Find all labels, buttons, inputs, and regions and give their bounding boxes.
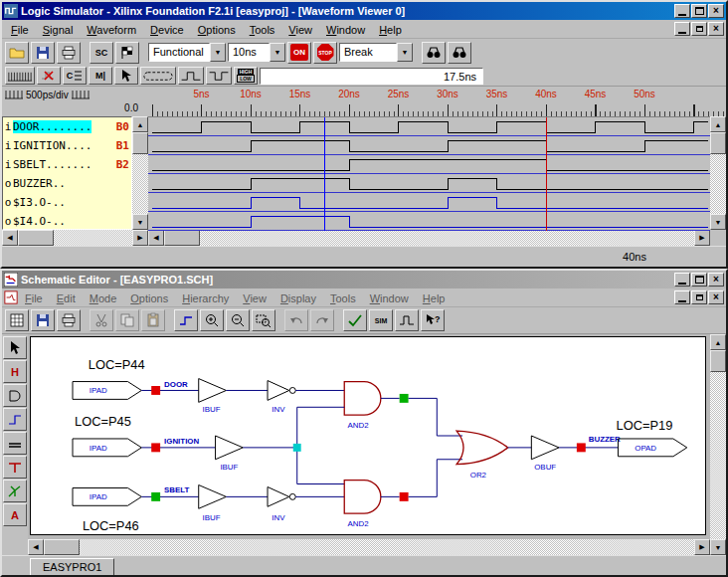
- break-combo[interactable]: Break ▼: [339, 43, 413, 62]
- probe-buzzer[interactable]: [577, 443, 586, 452]
- signal-list-scrollbar[interactable]: ▲ ▼: [132, 116, 148, 230]
- open-button[interactable]: [5, 42, 29, 64]
- scrollbar-track[interactable]: [54, 230, 132, 246]
- scrollbar-track[interactable]: [710, 154, 726, 214]
- menu-item[interactable]: Window: [319, 22, 372, 38]
- insert-high-low-button[interactable]: [206, 67, 232, 85]
- mdi-restore-button[interactable]: [691, 22, 707, 36]
- scroll-right-button[interactable]: ▶: [694, 539, 710, 555]
- delete-signal-button[interactable]: [37, 67, 61, 85]
- stop-button[interactable]: STOP: [313, 42, 337, 64]
- scrollbar-track[interactable]: [132, 154, 148, 214]
- new-waveform-button[interactable]: SC: [90, 42, 113, 64]
- zoom-in-button[interactable]: [200, 309, 224, 331]
- menu-item[interactable]: Window: [363, 290, 416, 306]
- print-button[interactable]: [57, 42, 81, 64]
- menu-item[interactable]: Tools: [323, 290, 363, 306]
- schematic-hscrollbar[interactable]: ◀ ▶: [28, 539, 710, 555]
- menu-item[interactable]: Help: [416, 290, 453, 306]
- range-select-button[interactable]: [140, 67, 176, 85]
- signal-row[interactable]: iSBELT.......B2: [3, 155, 131, 174]
- scrollbar-thumb[interactable]: [132, 132, 148, 154]
- schematic-titlebar[interactable]: Schematic Editor - [EASYPRO1.SCH] ×: [2, 271, 726, 288]
- menu-item[interactable]: File: [4, 22, 36, 38]
- scroll-down-button[interactable]: ▼: [710, 214, 726, 230]
- print-button[interactable]: [57, 309, 81, 331]
- symbols-tool-button[interactable]: [3, 384, 27, 407]
- menu-item[interactable]: Waveform: [80, 22, 143, 38]
- simulation-mode-combo[interactable]: Functional ▼: [148, 43, 226, 62]
- menu-item[interactable]: Signal: [36, 22, 81, 38]
- close-button[interactable]: ×: [708, 4, 724, 18]
- maximize-button[interactable]: [691, 273, 707, 287]
- sheet-tab-easypro1[interactable]: EASYPRO1: [30, 558, 114, 575]
- probe-door[interactable]: [151, 386, 160, 395]
- scroll-up-button[interactable]: ▲: [132, 116, 148, 132]
- simulation-toolbox-button[interactable]: SIM: [369, 309, 393, 331]
- scroll-right-button[interactable]: ▶: [132, 230, 148, 246]
- inv-symbol[interactable]: [268, 486, 289, 506]
- zoom-window-button[interactable]: [252, 309, 275, 331]
- scrollbar-track[interactable]: [80, 539, 694, 555]
- sheets-button[interactable]: [5, 309, 29, 331]
- zoom-out-button[interactable]: [226, 309, 250, 331]
- save-button[interactable]: [31, 42, 55, 64]
- ibuf-symbol[interactable]: [216, 436, 244, 460]
- scrollbar-thumb[interactable]: [710, 350, 726, 372]
- obuf-symbol[interactable]: [531, 436, 559, 460]
- hierarchy-tool-button[interactable]: H: [3, 360, 27, 383]
- signal-list-hscrollbar[interactable]: ◀ ▶: [2, 230, 148, 246]
- signal-row[interactable]: iDOOR........B0: [3, 117, 131, 136]
- text-tool-button[interactable]: A: [3, 503, 27, 526]
- insert-low-high-button[interactable]: [178, 67, 204, 85]
- combine-bus-button[interactable]: C: [63, 67, 87, 85]
- close-button[interactable]: ×: [708, 273, 724, 287]
- probe-and2-top[interactable]: [400, 394, 409, 403]
- dropdown-arrow-icon[interactable]: ▼: [270, 43, 285, 62]
- bus-tap-tool-button[interactable]: [3, 456, 27, 479]
- and2-gate[interactable]: [344, 382, 381, 416]
- help-pointer-button[interactable]: ?: [421, 309, 445, 331]
- scrollbar-track[interactable]: [710, 372, 726, 539]
- cut-button[interactable]: [90, 309, 113, 331]
- menu-item[interactable]: Tools: [243, 22, 282, 38]
- probe-sbelt[interactable]: [151, 492, 160, 501]
- create-netlist-button[interactable]: [395, 309, 419, 331]
- scroll-left-button[interactable]: ◀: [148, 230, 164, 246]
- scroll-down-button[interactable]: ▼: [710, 539, 726, 555]
- junction-marker[interactable]: [293, 444, 301, 452]
- scroll-right-button[interactable]: ▶: [694, 230, 710, 246]
- menu-item[interactable]: Options: [191, 22, 243, 38]
- scrollbar-thumb[interactable]: [710, 132, 726, 154]
- signal-row[interactable]: oBUZZER..: [3, 174, 131, 193]
- maximize-button[interactable]: [691, 4, 707, 18]
- mdi-close-button[interactable]: ×: [708, 22, 724, 36]
- menu-item[interactable]: View: [236, 290, 273, 306]
- waveform-area[interactable]: [148, 116, 710, 230]
- simulation-step-combo[interactable]: 10ns ▼: [228, 43, 285, 62]
- mdi-minimize-button[interactable]: [674, 290, 690, 304]
- high-low-button[interactable]: HIGH LOW: [234, 67, 258, 85]
- undo-button[interactable]: [284, 309, 308, 331]
- signal-row[interactable]: iIGNITION....B1: [3, 136, 131, 155]
- mdi-close-button[interactable]: ×: [708, 290, 724, 304]
- or2-gate[interactable]: [456, 431, 507, 465]
- draw-wire-button[interactable]: [174, 309, 198, 331]
- select-signal-button[interactable]: [114, 67, 138, 85]
- inv-symbol[interactable]: [268, 381, 289, 401]
- menu-item[interactable]: Options: [123, 290, 175, 306]
- menu-item[interactable]: View: [281, 22, 319, 38]
- probe-and2-bottom[interactable]: [400, 492, 409, 501]
- scrollbar-thumb[interactable]: [18, 230, 54, 246]
- dropdown-arrow-icon[interactable]: ▼: [397, 43, 413, 62]
- signal-row[interactable]: o$I4.O-..: [3, 212, 131, 230]
- scroll-left-button[interactable]: ◀: [2, 230, 18, 246]
- timing-ruler-button[interactable]: [5, 67, 35, 85]
- marker-button[interactable]: M|: [89, 67, 112, 85]
- and2-gate[interactable]: [344, 481, 381, 514]
- minimize-button[interactable]: [674, 273, 690, 287]
- minimize-button[interactable]: [674, 4, 690, 18]
- simulator-titlebar[interactable]: Logic Simulator - Xilinx Foundation F2.1…: [2, 2, 726, 20]
- checkpoint-button[interactable]: [115, 42, 139, 64]
- scrollbar-thumb[interactable]: [44, 539, 80, 555]
